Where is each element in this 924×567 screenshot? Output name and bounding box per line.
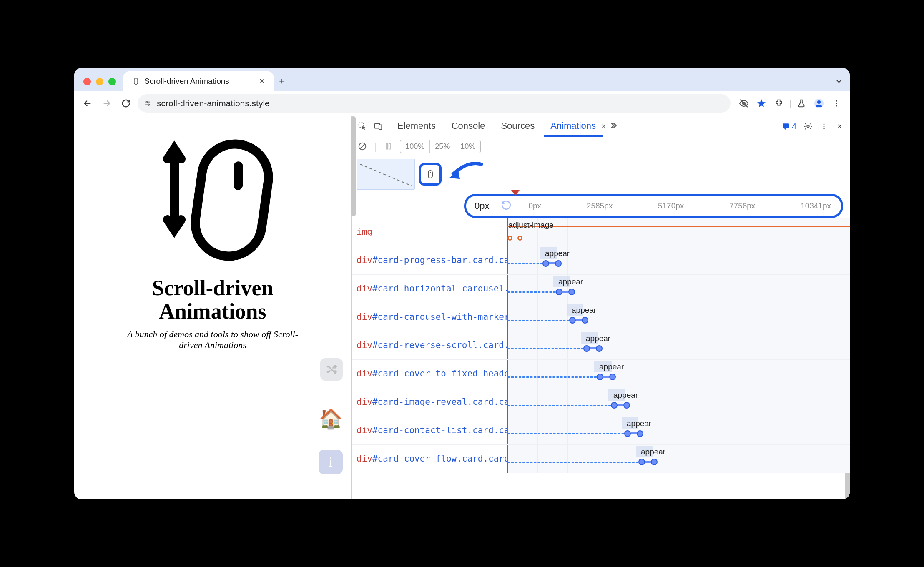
svg-rect-31 — [428, 171, 432, 178]
svg-point-13 — [836, 100, 837, 102]
svg-rect-22 — [783, 123, 789, 128]
devtools-panel: Elements Console Sources Animations ✕ 4 — [352, 116, 850, 499]
extensions-icon[interactable] — [771, 96, 786, 111]
labs-flask-icon[interactable] — [794, 96, 809, 111]
house-icon[interactable]: 🏠 — [319, 407, 343, 430]
address-bar: scroll-driven-animations.style | — [74, 91, 850, 116]
animation-name: appear — [545, 249, 570, 258]
close-devtools-icon[interactable]: ✕ — [834, 119, 845, 134]
devtools-tabbar: Elements Console Sources Animations ✕ 4 — [352, 116, 850, 137]
animation-name: appear — [558, 277, 583, 286]
menu-kebab-icon[interactable] — [829, 96, 844, 111]
profile-avatar-icon[interactable] — [811, 96, 826, 111]
device-toolbar-icon[interactable] — [372, 120, 384, 132]
row-timeline[interactable]: adjust-image — [507, 218, 850, 246]
page-subtitle: A bunch of demos and tools to show off S… — [123, 329, 302, 351]
tab-elements[interactable]: Elements — [391, 116, 442, 137]
close-panel-icon[interactable]: ✕ — [601, 123, 606, 130]
page-title: Scroll-driven Animations — [152, 276, 274, 323]
tabs-dropdown-icon[interactable] — [833, 75, 845, 87]
replay-icon[interactable] — [501, 200, 512, 212]
scroll-driven-badge[interactable] — [419, 163, 442, 186]
row-timeline[interactable]: appear — [507, 360, 850, 388]
row-timeline[interactable]: appear — [507, 445, 850, 473]
close-tab-icon[interactable]: ✕ — [259, 77, 265, 86]
row-timeline[interactable]: appear — [507, 416, 850, 444]
animation-row[interactable]: div#card-progress-bar.card.caappear — [352, 246, 850, 275]
clear-icon[interactable] — [357, 139, 368, 154]
animation-row[interactable]: div#card-cover-flow.card.cardappear — [352, 445, 850, 473]
keyframe-pair[interactable] — [569, 316, 588, 324]
row-timeline[interactable]: appear — [507, 331, 850, 359]
keyframe-pair[interactable] — [638, 458, 658, 466]
timeline-ruler[interactable]: 0px 0px 2585px 5170px 7756px 10341px — [464, 194, 843, 218]
keyframe-pair[interactable] — [597, 373, 616, 381]
shuffle-icon[interactable] — [320, 358, 343, 381]
omnibox[interactable]: scroll-driven-animations.style — [138, 94, 731, 113]
current-position: 0px — [475, 201, 489, 211]
close-window-icon[interactable] — [83, 78, 91, 85]
selector-text: div#card-progress-bar.card.ca — [357, 255, 507, 265]
svg-rect-17 — [191, 140, 273, 261]
animation-row[interactable]: imgadjust-image — [352, 218, 850, 246]
animation-name: appear — [599, 362, 624, 371]
playhead-marker-icon[interactable] — [511, 190, 520, 197]
keyframe-pair[interactable] — [583, 345, 603, 352]
ruler-ticks: 0px 2585px 5170px 7756px 10341px — [523, 201, 833, 211]
issues-count[interactable]: 4 — [782, 122, 796, 131]
inspect-icon[interactable] — [357, 120, 368, 132]
maximize-window-icon[interactable] — [108, 78, 116, 85]
pause-icon[interactable] — [382, 139, 394, 154]
kebab-icon[interactable] — [820, 119, 828, 134]
gear-icon[interactable] — [802, 119, 814, 134]
animation-name: adjust-image — [508, 221, 554, 230]
info-icon[interactable]: i — [319, 450, 343, 474]
keyframe-pair[interactable] — [556, 288, 575, 296]
selector-text: div#card-horizontal-carousel. — [357, 284, 507, 294]
reload-button[interactable] — [118, 96, 133, 111]
row-timeline[interactable]: appear — [507, 246, 850, 274]
back-button[interactable] — [80, 96, 95, 111]
animation-row[interactable]: div#card-cover-to-fixed-headeappear — [352, 360, 850, 388]
site-settings-icon[interactable] — [143, 99, 152, 108]
page-viewport[interactable]: Scroll-driven Animations A bunch of demo… — [74, 116, 352, 499]
row-timeline[interactable]: appear — [507, 388, 850, 416]
selector-text: div#card-cover-flow.card.card — [357, 454, 507, 464]
browser-window: Scroll-driven Animations ✕ ＋ scroll-driv… — [74, 68, 850, 499]
tab-sources[interactable]: Sources — [494, 116, 541, 137]
keyframe-pair[interactable] — [542, 260, 562, 267]
minimize-window-icon[interactable] — [96, 78, 103, 85]
animation-row[interactable]: div#card-image-reveal.card.caappear — [352, 388, 850, 416]
tab-console[interactable]: Console — [445, 116, 492, 137]
selector-text: div#card-image-reveal.card.ca — [357, 397, 507, 407]
row-timeline[interactable]: appear — [507, 303, 850, 331]
animation-row[interactable]: div#card-contact-list.card.caappear — [352, 416, 850, 445]
svg-point-12 — [817, 100, 821, 104]
bookmark-star-icon[interactable] — [754, 96, 769, 111]
forward-button[interactable] — [99, 96, 114, 111]
svg-rect-29 — [386, 143, 387, 149]
animations-toolbar: | 100% 25% 10% — [352, 137, 850, 156]
more-tabs-icon[interactable] — [609, 121, 618, 132]
animation-group-thumbnail[interactable] — [357, 159, 415, 190]
animation-row[interactable]: div#card-carousel-with-markerappear — [352, 303, 850, 331]
mouse-favicon-icon — [132, 77, 140, 85]
page-logo — [150, 133, 275, 264]
svg-point-23 — [807, 125, 809, 128]
selector-text: div#card-carousel-with-marker — [357, 312, 507, 322]
new-tab-button[interactable]: ＋ — [274, 75, 290, 87]
animation-row[interactable]: div#card-horizontal-carousel.appear — [352, 275, 850, 303]
keyframe-pair[interactable] — [624, 430, 643, 437]
tab-animations[interactable]: Animations — [544, 116, 603, 137]
row-timeline[interactable]: appear — [507, 275, 850, 303]
svg-rect-0 — [134, 78, 138, 84]
keyframe-pair[interactable] — [611, 401, 630, 409]
animation-row[interactable]: div#card-reverse-scroll.card.appear — [352, 331, 850, 360]
animation-name: appear — [627, 419, 651, 428]
playback-speed[interactable]: 100% 25% 10% — [400, 140, 481, 153]
eye-off-icon[interactable] — [736, 96, 751, 111]
svg-line-18 — [236, 166, 241, 185]
browser-tab[interactable]: Scroll-driven Animations ✕ — [123, 71, 274, 91]
animation-list[interactable]: imgadjust-imagediv#card-progress-bar.car… — [352, 218, 850, 499]
annotation-arrow-icon — [447, 160, 485, 183]
